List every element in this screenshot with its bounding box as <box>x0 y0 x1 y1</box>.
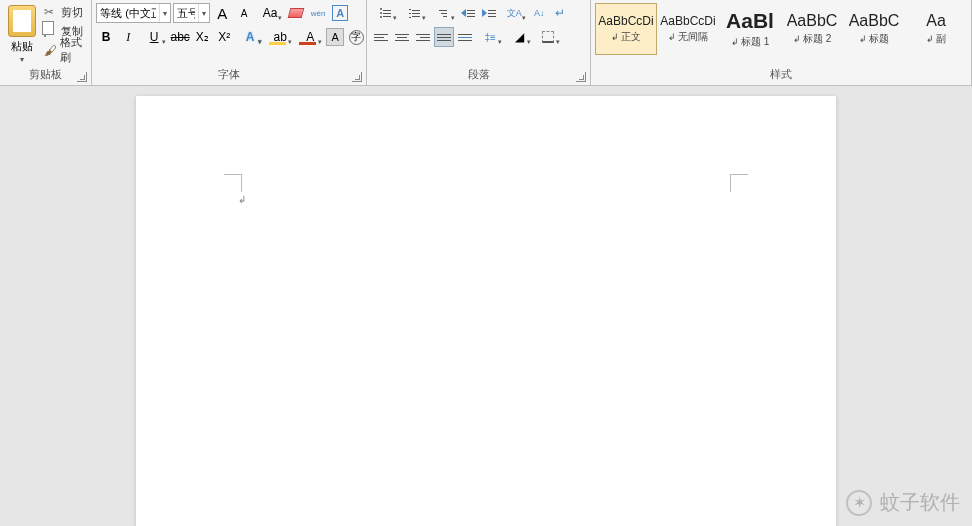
wechat-icon: ✶ <box>846 490 872 516</box>
style-item[interactable]: AaBbCcDi↲ 正文 <box>595 3 657 55</box>
paragraph-mark-icon: ↲ <box>238 194 246 205</box>
group-label-clipboard: 剪贴板 <box>0 65 91 86</box>
font-size-combo[interactable]: ▾ <box>173 3 210 23</box>
margin-marker-icon <box>224 174 242 192</box>
align-justify-button[interactable] <box>434 27 454 47</box>
change-case-button[interactable]: Aa <box>256 3 284 23</box>
decrease-indent-button[interactable] <box>458 3 478 23</box>
copy-icon <box>44 24 58 38</box>
outdent-icon <box>461 9 475 17</box>
chevron-down-icon: ▾ <box>20 55 24 64</box>
align-left-button[interactable] <box>371 27 391 47</box>
show-marks-button[interactable]: ↵ <box>550 3 570 23</box>
multilevel-list-button[interactable] <box>429 3 457 23</box>
clipboard-icon <box>8 5 36 37</box>
style-item[interactable]: AaBbC↲ 标题 <box>843 3 905 55</box>
indent-icon <box>482 9 496 17</box>
asian-icon: 文A <box>507 7 522 20</box>
paste-button[interactable]: 粘贴 ▾ <box>4 3 40 64</box>
line-spacing-button[interactable]: ‡≡ <box>476 27 504 47</box>
dialog-launcher-icon[interactable] <box>352 72 362 82</box>
font-color-button[interactable]: A <box>296 27 324 47</box>
phonetic-guide-button[interactable]: wén <box>308 3 328 23</box>
style-name: ↲ 无间隔 <box>668 30 709 44</box>
style-name: ↲ 标题 <box>859 32 890 46</box>
shading-button[interactable]: ◢ <box>505 27 533 47</box>
page[interactable]: ↲ <box>136 96 836 526</box>
chevron-down-icon[interactable]: ▾ <box>198 4 209 22</box>
increase-indent-button[interactable] <box>479 3 499 23</box>
asian-layout-button[interactable]: 文A <box>500 3 528 23</box>
bullets-button[interactable] <box>371 3 399 23</box>
group-label-styles: 样式 <box>591 65 971 86</box>
char-shading-button[interactable]: A <box>326 28 344 46</box>
bold-button[interactable]: B <box>96 27 116 47</box>
grow-font-button[interactable]: A <box>212 3 232 23</box>
styles-gallery[interactable]: AaBbCcDi↲ 正文AaBbCcDi↲ 无间隔AaBl↲ 标题 1AaBbC… <box>595 1 967 57</box>
subscript-button[interactable]: X₂ <box>192 27 212 47</box>
style-preview: AaBbCcDi <box>598 14 653 28</box>
chevron-down-icon[interactable]: ▾ <box>159 4 170 22</box>
color-swatch-icon <box>299 42 316 45</box>
style-name: ↲ 标题 1 <box>731 35 770 49</box>
italic-button[interactable]: I <box>118 27 138 47</box>
margin-marker-icon <box>730 174 748 192</box>
border-a-icon: A <box>332 5 348 21</box>
style-name: ↲ 标题 2 <box>793 32 832 46</box>
group-label-font: 字体 <box>92 65 366 86</box>
group-font: ▾ ▾ A A Aa wén A B I U <box>92 0 367 86</box>
align-justify-icon <box>437 34 451 41</box>
highlight-button[interactable]: ab <box>266 27 294 47</box>
align-center-button[interactable] <box>392 27 412 47</box>
watermark: ✶ 蚊子软件 <box>846 489 960 516</box>
border-icon <box>542 31 554 43</box>
style-preview: AaBl <box>726 9 774 33</box>
align-right-button[interactable] <box>413 27 433 47</box>
sort-button[interactable]: A↓ <box>529 3 549 23</box>
font-family-combo[interactable]: ▾ <box>96 3 171 23</box>
color-swatch-icon <box>269 42 286 45</box>
multilevel-icon <box>439 10 447 17</box>
group-clipboard: 粘贴 ▾ ✂ 剪切 复制 🖌 格式刷 剪贴板 <box>0 0 92 86</box>
style-preview: AaBbCcDi <box>660 14 715 28</box>
align-left-icon <box>374 34 388 41</box>
numbering-icon <box>409 9 420 18</box>
enclose-char-button[interactable]: 字 <box>346 27 366 47</box>
eraser-icon <box>288 8 305 18</box>
superscript-button[interactable]: X² <box>214 27 234 47</box>
document-area: ↲ <box>0 86 972 526</box>
shrink-font-button[interactable]: A <box>234 3 254 23</box>
font-size-input[interactable] <box>174 4 198 22</box>
format-painter-button[interactable]: 🖌 格式刷 <box>40 41 87 59</box>
dialog-launcher-icon[interactable] <box>576 72 586 82</box>
align-distribute-button[interactable] <box>455 27 475 47</box>
style-item[interactable]: AaBbC↲ 标题 2 <box>781 3 843 55</box>
text-effects-button[interactable]: A <box>236 27 264 47</box>
strikethrough-button[interactable]: abc <box>170 27 190 47</box>
cut-button[interactable]: ✂ 剪切 <box>40 3 87 21</box>
style-item[interactable]: AaBl↲ 标题 1 <box>719 3 781 55</box>
dialog-launcher-icon[interactable] <box>77 72 87 82</box>
style-preview: AaBbC <box>849 12 900 30</box>
style-item[interactable]: AaBbCcDi↲ 无间隔 <box>657 3 719 55</box>
brush-icon: 🖌 <box>44 43 57 57</box>
style-name: ↲ 正文 <box>611 30 642 44</box>
ribbon: 粘贴 ▾ ✂ 剪切 复制 🖌 格式刷 剪贴板 <box>0 0 972 86</box>
scissors-icon: ✂ <box>44 5 58 19</box>
line-spacing-icon: ‡≡ <box>484 32 495 43</box>
style-preview: Aa <box>926 12 946 30</box>
align-right-icon <box>416 34 430 41</box>
sort-icon: A↓ <box>534 8 545 18</box>
style-item[interactable]: Aa↲ 副 <box>905 3 967 55</box>
numbering-button[interactable] <box>400 3 428 23</box>
align-center-icon <box>395 34 409 41</box>
char-border-button[interactable]: A <box>330 3 350 23</box>
borders-button[interactable] <box>534 27 562 47</box>
circle-a-icon: 字 <box>349 30 364 45</box>
clear-formatting-button[interactable] <box>286 3 306 23</box>
underline-button[interactable]: U <box>140 27 168 47</box>
group-label-paragraph: 段落 <box>367 65 590 86</box>
bucket-icon: ◢ <box>515 30 524 44</box>
style-name: ↲ 副 <box>926 32 947 46</box>
font-family-input[interactable] <box>97 4 159 22</box>
